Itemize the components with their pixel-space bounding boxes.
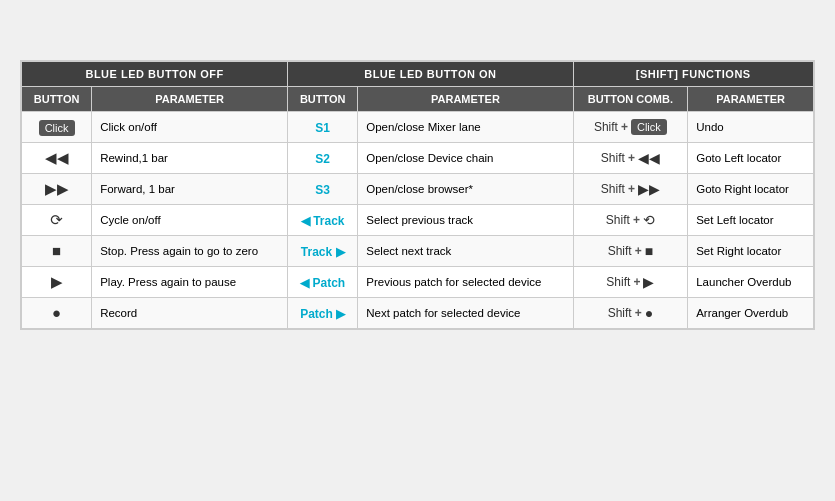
btn-on-cell: Patch ▶ <box>288 298 358 329</box>
shift-cell: Shift + ● <box>573 298 688 329</box>
shift-combo-cell: Shift + ▶ <box>582 274 680 290</box>
shift-header: [SHIFT] FUNCTIONS <box>573 62 813 87</box>
col-param-on: PARAMETER <box>358 87 573 112</box>
btn-off-cell: Click <box>22 112 92 143</box>
shift-combo-cell: Shift + ⟲ <box>582 212 680 228</box>
shift-combo-cell: Shift + ◀◀ <box>582 150 680 166</box>
shift-param-cell: Arranger Overdub <box>688 298 814 329</box>
param-off-cell: Click on/off <box>92 112 288 143</box>
btn-off-cell: ■ <box>22 236 92 267</box>
shift-param-cell: Goto Right locator <box>688 174 814 205</box>
shift-label: Shift <box>608 306 632 320</box>
param-off-cell: Rewind,1 bar <box>92 143 288 174</box>
param-off-cell: Cycle on/off <box>92 205 288 236</box>
s-button: S3 <box>315 183 330 197</box>
param-off-cell: Forward, 1 bar <box>92 174 288 205</box>
shift-combo-cell: Shift + ▶▶ <box>582 181 680 197</box>
btn-on-cell: S3 <box>288 174 358 205</box>
shift-label: Shift <box>601 182 625 196</box>
param-on-cell: Next patch for selected device <box>358 298 573 329</box>
col-shift-param: PARAMETER <box>688 87 814 112</box>
s-button: S2 <box>315 152 330 166</box>
forward-icon: ▶▶ <box>45 180 69 197</box>
shift-param-cell: Set Right locator <box>688 236 814 267</box>
plus-sign: + <box>633 213 640 227</box>
track-left-button: ◀ Track <box>301 214 345 228</box>
param-on-cell: Previous patch for selected device <box>358 267 573 298</box>
shift-cell: Shift + Click <box>573 112 688 143</box>
table-row: Click Click on/off S1 Open/close Mixer l… <box>22 112 814 143</box>
patch-right-button: Patch ▶ <box>300 307 345 321</box>
table-row: ● Record Patch ▶ Next patch for selected… <box>22 298 814 329</box>
shift-rewind-icon: ◀◀ <box>638 150 660 166</box>
shift-forward-icon: ▶▶ <box>638 181 660 197</box>
shift-label: Shift <box>606 275 630 289</box>
plus-sign: + <box>635 244 642 258</box>
shift-stop-icon: ■ <box>645 243 653 259</box>
btn-off-cell: ◀◀ <box>22 143 92 174</box>
patch-left-button: ◀ Patch <box>300 276 345 290</box>
shift-cycle-icon: ⟲ <box>643 212 655 228</box>
table-row: ■ Stop. Press again to go to zero Track … <box>22 236 814 267</box>
shift-param-cell: Undo <box>688 112 814 143</box>
shift-param-cell: Set Left locator <box>688 205 814 236</box>
btn-off-cell: ▶▶ <box>22 174 92 205</box>
shift-cell: Shift + ▶▶ <box>573 174 688 205</box>
param-off-cell: Record <box>92 298 288 329</box>
record-icon: ● <box>52 304 61 321</box>
col-button-on: BUTTON <box>288 87 358 112</box>
param-on-cell: Open/close Mixer lane <box>358 112 573 143</box>
col-param-off: PARAMETER <box>92 87 288 112</box>
col-btn-comb: BUTTON COMB. <box>573 87 688 112</box>
track-right-button: Track ▶ <box>301 245 345 259</box>
shift-combo-cell: Shift + Click <box>582 119 680 135</box>
shift-label: Shift <box>606 213 630 227</box>
btn-on-cell: S1 <box>288 112 358 143</box>
shift-param-cell: Goto Left locator <box>688 143 814 174</box>
plus-sign: + <box>633 275 640 289</box>
blue-off-header: BLUE LED BUTTON OFF <box>22 62 288 87</box>
param-on-cell: Select previous track <box>358 205 573 236</box>
btn-off-cell: ⟲ <box>22 205 92 236</box>
rewind-icon: ◀◀ <box>45 149 69 166</box>
reference-table: BLUE LED BUTTON OFF BLUE LED BUTTON ON [… <box>20 60 815 330</box>
cycle-icon: ⟲ <box>50 211 63 229</box>
param-off-cell: Play. Press again to pause <box>92 267 288 298</box>
shift-label: Shift <box>608 244 632 258</box>
plus-sign: + <box>621 120 628 134</box>
btn-on-cell: S2 <box>288 143 358 174</box>
s-button: S1 <box>315 121 330 135</box>
shift-cell: Shift + ◀◀ <box>573 143 688 174</box>
shift-play-icon: ▶ <box>643 274 654 290</box>
plus-sign: + <box>635 306 642 320</box>
btn-on-cell: ◀ Patch <box>288 267 358 298</box>
plus-sign: + <box>628 182 635 196</box>
col-button-off: BUTTON <box>22 87 92 112</box>
param-off-cell: Stop. Press again to go to zero <box>92 236 288 267</box>
btn-on-cell: ◀ Track <box>288 205 358 236</box>
shift-cell: Shift + ■ <box>573 236 688 267</box>
shift-combo-cell: Shift + ● <box>582 305 680 321</box>
shift-cell: Shift + ⟲ <box>573 205 688 236</box>
shift-param-cell: Launcher Overdub <box>688 267 814 298</box>
table-row: ▶ Play. Press again to pause ◀ Patch Pre… <box>22 267 814 298</box>
table-row: ⟲ Cycle on/off ◀ Track Select previous t… <box>22 205 814 236</box>
table-row: ◀◀ Rewind,1 bar S2 Open/close Device cha… <box>22 143 814 174</box>
plus-sign: + <box>628 151 635 165</box>
table-row: ▶▶ Forward, 1 bar S3 Open/close browser*… <box>22 174 814 205</box>
btn-off-cell: ● <box>22 298 92 329</box>
shift-label: Shift <box>601 151 625 165</box>
click-button: Click <box>39 120 75 136</box>
blue-on-header: BLUE LED BUTTON ON <box>288 62 573 87</box>
param-on-cell: Open/close browser* <box>358 174 573 205</box>
shift-combo-cell: Shift + ■ <box>582 243 680 259</box>
btn-on-cell: Track ▶ <box>288 236 358 267</box>
shift-cell: Shift + ▶ <box>573 267 688 298</box>
param-on-cell: Select next track <box>358 236 573 267</box>
param-on-cell: Open/close Device chain <box>358 143 573 174</box>
shift-label: Shift <box>594 120 618 134</box>
btn-off-cell: ▶ <box>22 267 92 298</box>
shift-click-icon: Click <box>631 119 667 135</box>
stop-icon: ■ <box>52 242 61 259</box>
play-icon: ▶ <box>51 273 63 290</box>
